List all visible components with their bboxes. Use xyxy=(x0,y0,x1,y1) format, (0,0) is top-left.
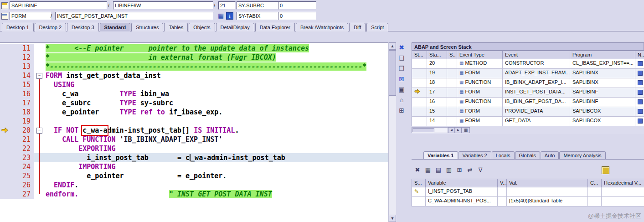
code-line-content[interactable]: i_inst_post_tab = c_wa-admin-inst_post_t… xyxy=(34,153,388,162)
scroll-right-button[interactable]: ► xyxy=(455,127,462,133)
variables-column-header-v[interactable]: V... xyxy=(498,179,507,187)
tab-tables[interactable]: Tables xyxy=(164,23,188,31)
code-line-content[interactable]: e_subrc TYPE sy-subrc xyxy=(34,98,388,108)
tab-desktop-1[interactable]: Desktop 1 xyxy=(2,23,34,31)
sy-tabix-value-field[interactable] xyxy=(278,12,316,20)
variable-row-c-wa-admin-inst-pos[interactable]: C_WA-ADMIN-INST_POS...[1x5(40)]Standard … xyxy=(412,197,644,207)
code-line-content[interactable]: IMPORTING xyxy=(34,162,388,171)
line-gutter-17[interactable]: 17 xyxy=(0,98,34,108)
stack-row-14[interactable]: 14▦FORMGET_DATASAPLIBCOX xyxy=(412,117,644,126)
navigate-icon[interactable] xyxy=(638,71,643,76)
variables-column-header-hexadecimal-v[interactable]: Hexadecimal V... xyxy=(602,179,644,187)
hscroll-track[interactable] xyxy=(412,127,448,133)
stack-row-18[interactable]: 18▦FUNCTIONIB_IBINX_ADAPT_EXP_I...SAPLIB… xyxy=(412,78,644,88)
tab-diff[interactable]: Diff xyxy=(349,23,366,31)
scrollbar-thumb[interactable] xyxy=(389,50,396,96)
stack-column-header-event-type[interactable]: Event Type xyxy=(457,51,503,59)
tab-break-watchpoints[interactable]: Break./Watchpoints xyxy=(296,23,348,31)
code-line-content[interactable]: − IF NOT c_wa-admin-inst_post_tab[] IS I… xyxy=(34,126,388,135)
code-line-content[interactable]: c_wa TYPE ibin_wa xyxy=(34,89,388,98)
navigate-icon[interactable] xyxy=(638,119,643,124)
event-name-field[interactable] xyxy=(55,12,214,20)
line-gutter-18[interactable]: 18 xyxy=(0,108,34,117)
line-gutter-12[interactable]: 12 xyxy=(0,53,34,62)
hscroll-thumb[interactable] xyxy=(412,128,434,132)
stack-column-header-program[interactable]: Program xyxy=(570,51,635,59)
line-gutter-16[interactable]: 16 xyxy=(0,89,34,98)
tab-desktop-3[interactable]: Desktop 3 xyxy=(67,23,99,31)
sy-tabix-label-field[interactable] xyxy=(237,12,278,20)
code-line-content[interactable]: e_pointer = e_pointer. xyxy=(34,171,388,181)
code-line-content[interactable]: * <--E pointer pointer to the update dat… xyxy=(34,44,388,53)
stack-row-17[interactable]: 17▦FORMINST_GET_POST_DATA...SAPLIBINF xyxy=(412,88,644,98)
code-line-content[interactable]: ENDIF. xyxy=(34,181,388,190)
stack-column-header-n[interactable]: N... xyxy=(635,51,644,59)
tab-structures[interactable]: Structures xyxy=(131,23,163,31)
tab-script[interactable]: Script xyxy=(366,23,388,31)
stack-column-header-event[interactable]: Event xyxy=(503,51,570,59)
home-icon[interactable]: ⌂ xyxy=(397,96,406,104)
line-gutter-27[interactable]: 27 xyxy=(0,190,34,199)
info-icon[interactable]: i xyxy=(226,12,233,20)
close-window-icon[interactable]: ⊠ xyxy=(397,75,406,83)
line-gutter-24[interactable]: 24 xyxy=(0,162,34,171)
line-gutter-21[interactable]: 21 xyxy=(0,135,34,144)
code-line-content[interactable]: EXPORTING xyxy=(34,144,388,153)
new-page-icon[interactable]: ❏ xyxy=(397,54,406,62)
stack-column-header-sta[interactable]: Sta... xyxy=(427,51,447,59)
insert-column-icon[interactable]: ⊞ xyxy=(455,166,464,174)
stack-row-15[interactable]: 15▦FORMPROVIDE_DATASAPLIBCOX xyxy=(412,107,644,117)
fold-toggle-icon[interactable]: − xyxy=(36,73,42,79)
event-type-field[interactable] xyxy=(10,12,52,20)
line-gutter-23[interactable]: 23 xyxy=(0,153,34,162)
stack-column-header-st[interactable]: St... xyxy=(412,51,427,59)
code-line-content[interactable]: −FORM inst_get_post_data_inst xyxy=(34,71,388,80)
code-line-content[interactable]: USING xyxy=(34,80,388,89)
variable-row-i-inst-post-tab[interactable]: ✎I_INST_POST_TAB xyxy=(412,187,644,197)
main-program-field[interactable] xyxy=(10,1,107,10)
save-icon[interactable] xyxy=(602,166,609,174)
window-icon[interactable]: ▣ xyxy=(397,85,406,93)
line-gutter-25[interactable]: 25 xyxy=(0,171,34,181)
code-line-content[interactable]: *---------------------------------------… xyxy=(34,62,388,71)
line-gutter-13[interactable]: 13 xyxy=(0,62,34,71)
table-view-icon[interactable]: ▤ xyxy=(434,166,443,174)
sy-subrc-label-field[interactable] xyxy=(237,1,278,10)
variables-column-header-val[interactable]: Val. xyxy=(507,179,588,187)
tab-locals[interactable]: Locals xyxy=(492,151,515,159)
stack-row-19[interactable]: 19▦FORMADAPT_EXP_INST_FRAM...SAPLIBINX xyxy=(412,69,644,78)
tab-auto[interactable]: Auto xyxy=(541,151,559,159)
scroll-down-button[interactable]: ▼ xyxy=(389,215,396,222)
navigate-icon[interactable] xyxy=(638,80,643,85)
code-line-content[interactable]: CALL FUNCTION 'IB_IBINX_ADAPT_EXP_INST' xyxy=(34,135,388,144)
sy-subrc-value-field[interactable] xyxy=(278,1,316,10)
stack-row-16[interactable]: 16▦FUNCTIONIB_IBIN_GET_POST_DA...SAPLIBI… xyxy=(412,98,644,107)
code-line-content[interactable]: e_pointer TYPE ref to if_ibase_exp. xyxy=(34,108,388,117)
scroll-left-button[interactable]: ◄ xyxy=(448,127,455,133)
variables-column-header-s[interactable]: S... xyxy=(412,179,426,187)
stack-hscrollbar[interactable]: ◄ ► ▦ xyxy=(412,127,644,133)
editor-vscrollbar[interactable]: ▲ ▼ xyxy=(388,42,396,222)
tab-variables-1[interactable]: Variables 1 xyxy=(423,151,458,159)
code-line-content[interactable] xyxy=(34,117,388,126)
tab-globals[interactable]: Globals xyxy=(515,151,540,159)
line-gutter-22[interactable]: 22 xyxy=(0,144,34,153)
table-contents-icon[interactable]: ▦ xyxy=(217,12,224,19)
delete-icon[interactable]: ✖ xyxy=(413,166,422,174)
line-gutter-15[interactable]: 15 xyxy=(0,80,34,89)
tab-desktop-2[interactable]: Desktop 2 xyxy=(35,23,67,31)
stack-row-20[interactable]: 20▦METHODCONSTRUCTORCL_IBASE_EXP_INST==.… xyxy=(412,59,644,69)
close-icon[interactable]: ✖ xyxy=(397,43,406,52)
structure-icon[interactable]: ⊞ xyxy=(397,106,406,114)
line-gutter-11[interactable]: 11 xyxy=(0,44,34,53)
tab-variables-2[interactable]: Variables 2 xyxy=(459,151,491,159)
code-line-content[interactable]: * in external format (Fugr IBCOX) xyxy=(34,53,388,62)
copy-page-icon[interactable]: ❐ xyxy=(397,64,406,72)
scrollbar-grip[interactable]: ▦ xyxy=(462,127,470,133)
tab-objects[interactable]: Objects xyxy=(189,23,215,31)
tab-data-explorer[interactable]: Data Explorer xyxy=(255,23,295,31)
export-icon[interactable]: ▥ xyxy=(445,166,453,174)
fold-toggle-icon[interactable]: − xyxy=(36,128,42,134)
line-gutter-20[interactable]: 20 xyxy=(0,126,34,135)
line-gutter-26[interactable]: 26 xyxy=(0,181,34,190)
